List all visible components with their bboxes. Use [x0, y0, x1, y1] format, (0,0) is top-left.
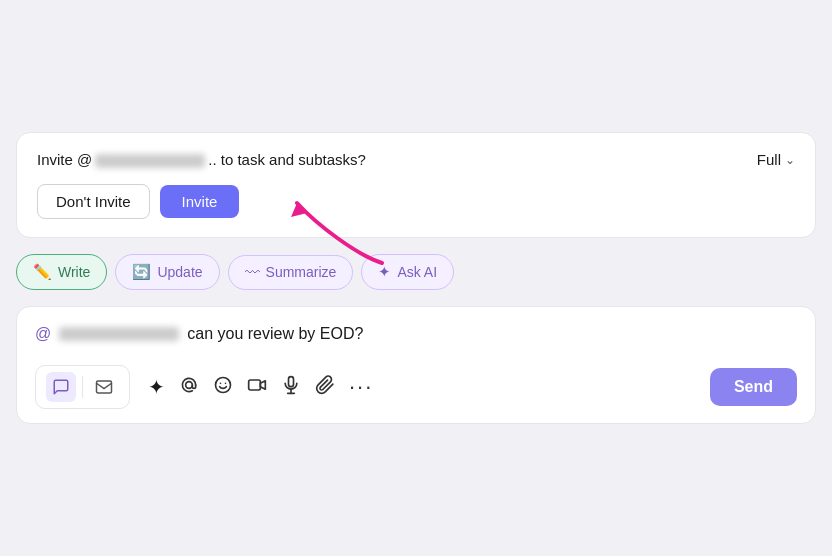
more-icon-button[interactable]: ···: [345, 370, 377, 404]
permission-dropdown[interactable]: Full ⌄: [757, 151, 795, 168]
write-icon: ✏️: [33, 263, 52, 281]
write-label: Write: [58, 264, 90, 280]
update-label: Update: [157, 264, 202, 280]
icon-separator: [82, 376, 83, 398]
summarize-icon: 〰: [245, 264, 260, 281]
askai-button[interactable]: ✦ Ask AI: [361, 254, 454, 290]
summarize-button[interactable]: 〰 Summarize: [228, 255, 354, 290]
svg-point-2: [186, 381, 193, 388]
askai-icon: ✦: [378, 263, 391, 281]
svg-rect-7: [289, 376, 294, 386]
channel-selector: [35, 365, 130, 409]
chevron-down-icon: ⌄: [785, 153, 795, 167]
comment-text: @ can you review by EOD?: [35, 325, 797, 343]
comment-card: @ can you review by EOD?: [16, 306, 816, 424]
send-button[interactable]: Send: [710, 368, 797, 406]
sparkle-icon-button[interactable]: ✦: [144, 371, 169, 403]
mic-icon-button[interactable]: [277, 371, 305, 404]
attach-icon-button[interactable]: [311, 371, 339, 404]
svg-rect-6: [249, 380, 261, 390]
mail-icon-button[interactable]: [89, 372, 119, 402]
blurred-mention-name: [59, 327, 179, 341]
askai-label: Ask AI: [397, 264, 437, 280]
svg-point-3: [216, 377, 231, 392]
update-icon: 🔄: [132, 263, 151, 281]
dont-invite-button[interactable]: Don't Invite: [37, 184, 150, 219]
svg-rect-1: [97, 381, 112, 393]
invite-title: Invite @.. to task and subtasks?: [37, 151, 366, 168]
video-icon-button[interactable]: [243, 371, 271, 404]
invite-actions: Don't Invite Invite: [37, 184, 795, 219]
formatting-toolbar: ✦: [140, 370, 700, 404]
invite-card: Invite @.. to task and subtasks? Full ⌄ …: [16, 132, 816, 238]
write-button[interactable]: ✏️ Write: [16, 254, 107, 290]
toolbar-row: ✏️ Write 🔄 Update 〰 Summarize ✦ Ask AI: [16, 250, 816, 294]
blurred-username: [95, 154, 205, 168]
permission-label: Full: [757, 151, 781, 168]
at-mention-icon-button[interactable]: [175, 371, 203, 404]
svg-point-4: [220, 382, 222, 384]
invite-title-prefix: Invite @: [37, 151, 92, 168]
chat-icon-button[interactable]: [46, 372, 76, 402]
at-symbol: @: [35, 325, 51, 343]
update-button[interactable]: 🔄 Update: [115, 254, 219, 290]
invite-title-suffix: .. to task and subtasks?: [208, 151, 366, 168]
comment-suffix: can you review by EOD?: [187, 325, 363, 343]
emoji-icon-button[interactable]: [209, 371, 237, 404]
invite-header: Invite @.. to task and subtasks? Full ⌄: [37, 151, 795, 168]
summarize-label: Summarize: [266, 264, 337, 280]
comment-bottom-bar: ✦: [35, 365, 797, 409]
svg-point-5: [225, 382, 227, 384]
invite-button[interactable]: Invite: [160, 185, 240, 218]
